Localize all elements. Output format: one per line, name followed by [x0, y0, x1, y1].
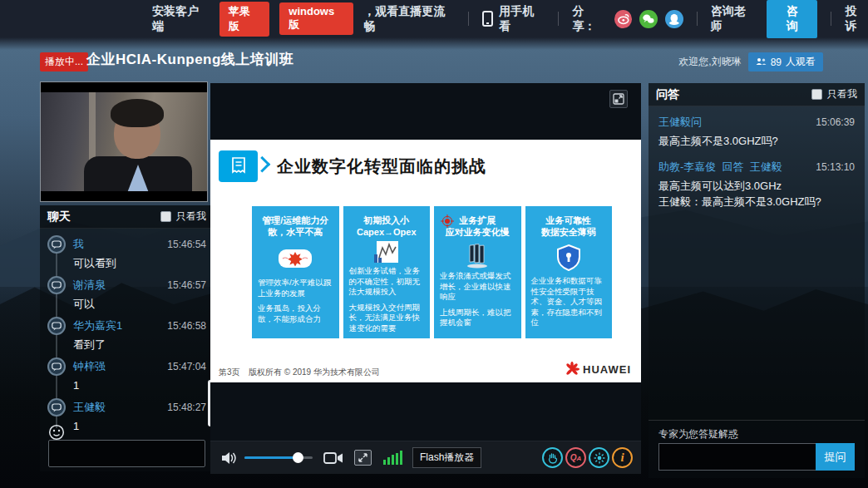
- divider: [468, 12, 469, 26]
- live-status-badge: 播放中...: [40, 52, 88, 71]
- chat-bubble-icon: [47, 235, 66, 254]
- ask-button[interactable]: 提问: [816, 443, 855, 471]
- chat-message-list: 我 15:46:54 可以看到 谢清泉 15:46:57 可以 华为嘉宾1 15…: [40, 229, 214, 433]
- card-title: 管理/运维能力分散，水平不高: [258, 214, 333, 239]
- qa-list: 王健毅问 15:06:39 最高主频不是3.0GHZ吗? 助教-李嘉俊 回答 王…: [649, 106, 865, 209]
- speaker-icon[interactable]: [220, 451, 237, 466]
- chat-time: 15:46:57: [167, 279, 206, 291]
- hand-icon[interactable]: [542, 447, 563, 468]
- phone-icon: [482, 11, 493, 27]
- chat-message: 钟梓强 15:47:04 1: [47, 357, 206, 392]
- card-line: 大规模投入交付周期长，无法满足业务快速变化的需要: [349, 303, 425, 334]
- chart-icon: [349, 239, 425, 266]
- volume-slider[interactable]: [244, 456, 313, 459]
- top-bar: 安装客户端 苹果版 windows版 ，观看直播更流畅 用手机看 分享： 咨询老…: [0, 0, 868, 37]
- expert-hint-label: 专家为您答疑解惑: [658, 427, 738, 441]
- card-title: 初期投入小 Capex→Opex: [349, 214, 425, 239]
- qa-answer: 助教-李嘉俊 回答 王健毅 15:13:10 最高主频可以达到3.0GHz 王健…: [658, 160, 855, 209]
- page-title: 企业HCIA-Kunpeng线上培训班: [86, 50, 293, 69]
- chat-sender: 钟梓强: [73, 359, 106, 374]
- only-me-label: 只看我: [176, 209, 206, 224]
- qa-text: 最高主频可以达到3.0GHz: [658, 179, 855, 194]
- complaint-button[interactable]: 投诉: [845, 4, 868, 34]
- chat-only-me-toggle[interactable]: 只看我: [160, 209, 206, 224]
- consult-button[interactable]: 咨询: [767, 0, 818, 38]
- webcam-frame: [41, 92, 207, 191]
- volume-thumb[interactable]: [293, 452, 303, 463]
- divider: [558, 12, 559, 26]
- chat-header: 聊天 只看我: [40, 205, 214, 229]
- question-input[interactable]: [658, 443, 816, 471]
- chat-bubble-icon: [47, 276, 66, 294]
- only-me-label: 只看我: [827, 87, 857, 101]
- chat-text: 可以: [73, 297, 206, 311]
- slide-card-capex: 初期投入小 Capex→Opex 创新业务试错，业务的不确定性，初期无法大规模投…: [343, 206, 431, 338]
- slide-card-management: 管理/运维能力分散，水平不高 管理效率/水平难以跟上业务的发展 业务孤岛，投入分…: [252, 206, 339, 338]
- signal-icon: [383, 451, 402, 465]
- apple-version-button[interactable]: 苹果版: [219, 2, 269, 37]
- huawei-logo: HUAWEI: [565, 362, 631, 377]
- qa-text: 王健毅：最高主频不是3.0GHZ吗?: [658, 195, 855, 209]
- slide-footer: 第3页 版权所有 © 2019 华为技术有限公司 HUAWEI: [210, 365, 641, 378]
- welcome-text: 欢迎您,刘晓琳: [678, 55, 741, 69]
- chat-bubble-icon: [47, 398, 66, 417]
- document-icon: [219, 150, 258, 182]
- webinar-page: 安装客户端 苹果版 windows版 ，观看直播更流畅 用手机看 分享： 咨询老…: [0, 0, 868, 488]
- chat-time: 15:46:58: [167, 320, 206, 332]
- weibo-icon[interactable]: [614, 10, 633, 28]
- smooth-watch-label: ，观看直播更流畅: [363, 4, 455, 34]
- qq-icon[interactable]: [665, 10, 683, 28]
- slide-copyright: 版权所有 © 2019 华为技术有限公司: [249, 367, 380, 378]
- qa-time: 15:06:39: [816, 116, 855, 128]
- chat-bubble-icon: [47, 317, 66, 335]
- divider: [649, 420, 865, 421]
- slide-title: 企业数字化转型面临的挑战: [277, 155, 486, 178]
- qa-title: 问答: [656, 87, 679, 102]
- chat-text: 1: [73, 378, 206, 392]
- smiley-icon[interactable]: [48, 424, 65, 441]
- camera-icon[interactable]: [323, 451, 343, 465]
- pip-icon[interactable]: [354, 450, 372, 466]
- slide: 企业数字化转型面临的挑战 管理/运维能力分散，水平不高 管理效率/水平难以跟上业…: [210, 140, 641, 382]
- slide-card-reliability: 业务可靠性 数据安全薄弱 企业业务和数据可靠性安全性受限于技术、资金、人才等因素…: [525, 206, 613, 338]
- qa-header: 问答 只看我: [649, 83, 865, 106]
- expand-icon[interactable]: [609, 90, 628, 108]
- chat-message: 我 15:46:54 可以看到: [47, 235, 206, 270]
- qa-panel: 问答 只看我 王健毅问 15:06:39 最高主频不是3.0GHZ吗? 助教-李…: [649, 83, 865, 478]
- viewers-badge: 89 人观看: [748, 52, 823, 71]
- session-header: 播放中... 企业HCIA-Kunpeng线上培训班 欢迎您,刘晓琳 89 人观…: [0, 47, 868, 77]
- chat-message: 王健毅 15:48:27 1: [47, 398, 206, 433]
- install-client-label: 安装客户端: [152, 4, 210, 34]
- chat-bubble-icon: [47, 357, 66, 376]
- divider: [697, 12, 698, 26]
- chat-message: 谢清泉 15:46:57 可以: [47, 276, 206, 311]
- checkbox-icon[interactable]: [811, 89, 822, 100]
- presenter-webcam-video: [40, 81, 208, 202]
- volume-fill: [244, 456, 297, 459]
- shield-icon: [531, 239, 607, 276]
- chat-input[interactable]: [48, 440, 205, 467]
- qa-only-me-toggle[interactable]: 只看我: [811, 87, 857, 101]
- info-icon[interactable]: i: [612, 447, 633, 468]
- share-label: 分享：: [572, 4, 606, 34]
- slide-cards: 管理/运维能力分散，水平不高 管理效率/水平难以跟上业务的发展 业务孤岛，投入分…: [252, 206, 612, 338]
- flash-player-badge: Flash播放器: [412, 447, 481, 468]
- card-line: 创新业务试错，业务的不确定性，初期无法大规模投入: [349, 266, 425, 298]
- chat-time: 15:48:27: [167, 402, 206, 413]
- watch-on-mobile-button[interactable]: 用手机看: [499, 4, 545, 34]
- windows-version-button[interactable]: windows版: [279, 2, 353, 35]
- wechat-icon[interactable]: [639, 10, 658, 28]
- checkbox-icon[interactable]: [160, 211, 171, 222]
- chat-text: 看到了: [73, 338, 206, 352]
- chat-title: 聊天: [47, 209, 71, 224]
- viewers-count: 89: [771, 57, 782, 68]
- qa-text: 最高主频不是3.0GHZ吗?: [658, 134, 855, 149]
- cloud-burst-icon: [258, 239, 333, 278]
- qa-question: 王健毅问 15:06:39 最高主频不是3.0GHZ吗?: [658, 115, 855, 149]
- consult-teacher-label: 咨询老师: [711, 4, 757, 34]
- card-title: 业务可靠性 数据安全薄弱: [531, 214, 607, 239]
- presentation-player: 企业数字化转型面临的挑战 管理/运维能力分散，水平不高 管理效率/水平难以跟上业…: [210, 83, 641, 474]
- gear-icon[interactable]: [589, 447, 609, 468]
- card-line: 管理效率/水平难以跟上业务的发展: [258, 278, 333, 298]
- qa-icon[interactable]: QA: [565, 447, 586, 468]
